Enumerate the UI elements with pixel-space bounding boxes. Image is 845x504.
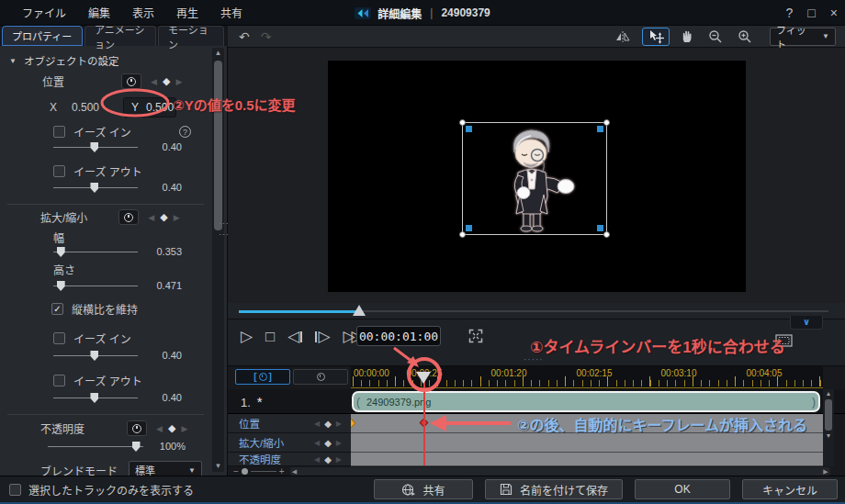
scroll-down-icon[interactable]: ▼ [823, 431, 834, 441]
splitter-handle[interactable]: ····· [524, 354, 544, 364]
help-icon[interactable]: ? [179, 126, 191, 138]
corner-handle-se[interactable] [597, 225, 603, 231]
scroll-left-icon[interactable]: ◀ [292, 467, 297, 476]
save-as-button[interactable]: 名前を付けて保存 [485, 479, 623, 499]
position-ease-in-slider[interactable] [53, 141, 138, 152]
x-value[interactable]: 0.500 [72, 101, 99, 114]
prev-keyframe-icon[interactable]: ◀ [148, 213, 154, 222]
scroll-up-icon[interactable]: ▲ [212, 48, 224, 59]
position-keyframe-toggle[interactable] [121, 73, 141, 89]
menu-share[interactable]: 共有 [220, 5, 242, 20]
fullscreen-icon[interactable] [468, 329, 483, 346]
menu-play[interactable]: 再生 [176, 5, 198, 20]
kf-position-track[interactable] [351, 414, 823, 433]
corner-handle-ne[interactable] [597, 126, 603, 132]
add-keyframe-icon[interactable]: ◆ [163, 75, 170, 87]
show-selected-tracks-option[interactable]: 選択したトラックのみを表示する [9, 482, 194, 498]
prev-keyframe-icon[interactable]: ◀ [314, 420, 320, 428]
share-button[interactable]: 共有 [374, 479, 473, 499]
close-button[interactable]: × [830, 6, 838, 20]
object-settings-header[interactable]: ▼ オブジェクトの設定 [9, 53, 118, 68]
timeline-hscrollbar[interactable]: ◀ ▶ [290, 467, 830, 476]
show-selected-tracks-checkbox[interactable] [9, 484, 21, 496]
prev-keyframe-icon[interactable]: ◀ [156, 424, 163, 433]
next-keyframe-icon[interactable]: ▶ [336, 455, 342, 464]
next-keyframe-icon[interactable]: ▶ [336, 420, 342, 428]
scroll-right-icon[interactable]: ▶ [823, 467, 828, 476]
add-keyframe-icon[interactable]: ◆ [324, 419, 332, 429]
maximize-button[interactable]: □ [807, 6, 815, 20]
next-keyframe-icon[interactable]: ▶ [175, 77, 182, 86]
redo-icon[interactable]: ↷ [261, 29, 272, 44]
position-ease-in-checkbox[interactable] [53, 126, 65, 138]
stop-button[interactable]: □ [265, 328, 275, 346]
zoom-out-icon[interactable] [704, 28, 727, 46]
zoom-slider-thumb[interactable] [242, 468, 248, 475]
selection-box[interactable] [462, 122, 607, 235]
scrollbar-thumb[interactable] [214, 61, 222, 230]
help-button[interactable]: ? [786, 6, 794, 20]
collapse-preview-button[interactable]: ∨ [790, 316, 823, 330]
prev-keyframe-icon[interactable]: ◀ [151, 77, 157, 86]
trim-right-handle[interactable]: ) [809, 396, 818, 409]
add-keyframe-icon[interactable]: ◆ [324, 438, 332, 448]
previous-frame-button[interactable]: ◁ [287, 327, 302, 346]
height-slider[interactable] [53, 280, 138, 291]
seek-thumb[interactable] [353, 305, 366, 316]
flip-icon[interactable] [609, 28, 637, 46]
position-ease-out-slider[interactable] [53, 182, 138, 193]
cancel-button[interactable]: キャンセル [742, 479, 838, 499]
position-ease-out-checkbox[interactable] [53, 165, 65, 177]
corner-handle-nw[interactable] [466, 126, 472, 132]
menu-file[interactable]: ファイル [22, 5, 66, 20]
timeline-vscrollbar[interactable]: ▲ ▼ [823, 389, 834, 466]
scrollbar-thumb[interactable] [825, 399, 832, 431]
tab-properties[interactable]: プロパティー [2, 26, 83, 46]
play-button[interactable]: ▷ [241, 327, 253, 346]
opacity-keyframe-toggle[interactable] [127, 420, 147, 436]
scroll-up-icon[interactable]: ▲ [823, 389, 834, 398]
keyframe-start[interactable] [351, 418, 356, 428]
resize-handle-nw[interactable] [459, 119, 466, 126]
panel-scrollbar[interactable]: ▲ ▼ [212, 48, 224, 472]
resize-handle-ne[interactable] [603, 119, 610, 126]
marquee-display-icon[interactable] [775, 334, 793, 350]
menu-edit[interactable]: 編集 [88, 5, 110, 20]
undo-icon[interactable]: ↶ [239, 29, 250, 44]
blend-mode-dropdown[interactable]: 標準 ▼ [129, 461, 202, 476]
scale-ease-in-checkbox[interactable] [53, 332, 65, 344]
zoom-in-icon[interactable] [733, 28, 757, 46]
width-slider[interactable] [53, 246, 138, 257]
tab-motion[interactable]: モーション [158, 26, 224, 46]
tab-animation[interactable]: アニメーション [84, 26, 156, 46]
keep-aspect-checkbox[interactable]: ✓ [51, 303, 63, 315]
scroll-down-icon[interactable]: ▼ [212, 461, 224, 472]
prev-keyframe-icon[interactable]: ◀ [314, 439, 320, 447]
next-frame-button[interactable]: ▷ [315, 327, 330, 346]
ok-button[interactable]: OK [635, 479, 730, 499]
move-tool-icon[interactable] [642, 28, 670, 46]
scale-ease-out-slider[interactable] [53, 392, 138, 403]
playhead-marker[interactable] [416, 372, 431, 384]
scale-keyframe-toggle[interactable] [118, 209, 139, 225]
y-field[interactable]: Y 0.500 [123, 97, 176, 118]
hand-tool-icon[interactable] [675, 28, 698, 46]
kf-scale-track[interactable] [351, 433, 823, 453]
add-keyframe-icon[interactable]: ◆ [160, 211, 167, 223]
menu-view[interactable]: 表示 [132, 5, 154, 20]
timeline-clip[interactable]: ( 24909379.png ) [352, 391, 820, 412]
timecode-display[interactable]: 00:00:01:00 [356, 326, 441, 346]
next-keyframe-icon[interactable]: ▶ [174, 213, 180, 222]
seek-bar[interactable] [228, 303, 845, 319]
kf-opacity-track[interactable] [351, 453, 823, 466]
next-keyframe-icon[interactable]: ▶ [181, 424, 187, 433]
scale-ease-in-slider[interactable] [53, 350, 138, 361]
prev-keyframe-icon[interactable]: ◀ [314, 455, 320, 464]
add-keyframe-icon[interactable]: ◆ [324, 454, 332, 465]
next-keyframe-icon[interactable]: ▶ [336, 439, 342, 447]
add-keyframe-icon[interactable]: ◆ [168, 422, 175, 434]
resize-handle-se[interactable] [603, 231, 610, 238]
resize-handle-sw[interactable] [459, 231, 466, 238]
trim-left-handle[interactable]: ( [354, 396, 363, 409]
fit-dropdown[interactable]: フィット ▼ [770, 28, 836, 46]
